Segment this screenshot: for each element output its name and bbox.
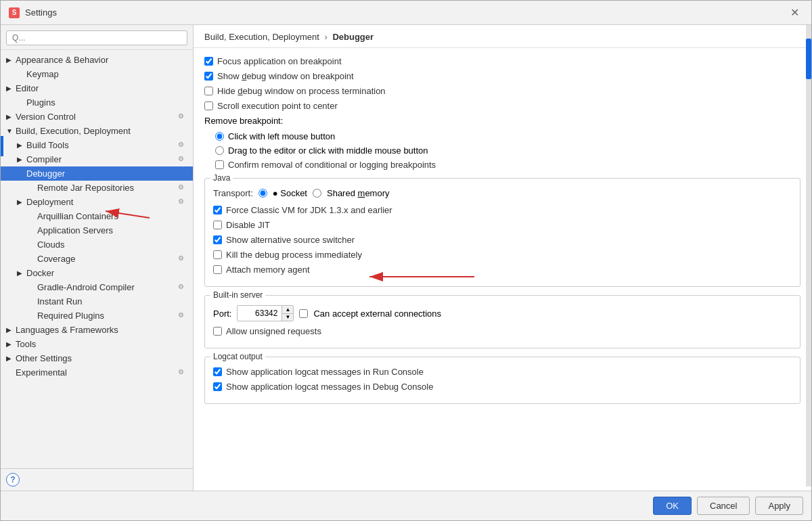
- logcat-title: Logcat output: [210, 352, 265, 361]
- logcat-run-label[interactable]: Show application logcat messages in Run …: [226, 367, 424, 377]
- close-button[interactable]: ✕: [786, 6, 803, 20]
- show-debug-label[interactable]: Show debug window on breakpoint: [217, 71, 354, 81]
- arrow-icon: ▼: [6, 127, 13, 135]
- settings-icon: ⚙: [178, 283, 187, 292]
- scroll-exec-label[interactable]: Scroll execution point to center: [217, 101, 338, 111]
- scroll-exec-checkbox[interactable]: [204, 101, 213, 110]
- show-debug-checkbox[interactable]: [204, 72, 213, 81]
- sidebar-item-label: Application Servers: [37, 225, 187, 235]
- logcat-run-checkbox[interactable]: [213, 367, 222, 376]
- sidebar-item-build-execution[interactable]: ▼ Build, Execution, Deployment: [1, 124, 193, 138]
- remove-bp-click-label[interactable]: Click with left mouse button: [228, 131, 335, 141]
- allow-unsigned-checkbox[interactable]: [213, 327, 222, 336]
- can-accept-label[interactable]: Can accept external connections: [313, 309, 441, 319]
- sidebar-item-coverage[interactable]: Coverage ⚙: [1, 252, 193, 266]
- sidebar-item-label: Editor: [16, 83, 187, 93]
- app-icon: S: [9, 7, 20, 18]
- remove-bp-click-radio[interactable]: [215, 132, 224, 141]
- sidebar-item-clouds[interactable]: Clouds: [1, 237, 193, 252]
- settings-icon: ⚙: [178, 183, 187, 193]
- builtin-server-section: Built-in server Port: ▲ ▼: [204, 295, 800, 348]
- logcat-debug-label[interactable]: Show application logcat messages in Debu…: [226, 382, 433, 392]
- apply-button[interactable]: Apply: [755, 497, 803, 515]
- show-alt-source-row: Show alternative source switcher: [213, 235, 792, 245]
- hide-debug-checkbox[interactable]: [204, 87, 213, 95]
- allow-unsigned-label[interactable]: Allow unsigned requests: [226, 326, 321, 336]
- attach-memory-row: Attach memory agent: [213, 265, 792, 275]
- kill-debug-row: Kill the debug process immediately: [213, 250, 792, 260]
- scrollbar[interactable]: [806, 25, 811, 486]
- remove-bp-drag-radio[interactable]: [215, 146, 224, 155]
- confirm-removal-label[interactable]: Confirm removal of conditional or loggin…: [228, 160, 436, 170]
- focus-breakpoint-checkbox[interactable]: [204, 57, 213, 66]
- search-input[interactable]: [6, 30, 187, 45]
- arrow-icon: ▶: [6, 326, 13, 334]
- kill-debug-label[interactable]: Kill the debug process immediately: [226, 250, 362, 260]
- port-input[interactable]: [238, 306, 281, 321]
- transport-socket-label[interactable]: ● Socket: [273, 188, 307, 198]
- force-classic-row: Force Classic VM for JDK 1.3.x and earli…: [213, 205, 792, 215]
- sidebar: ▶ Appearance & Behavior Keymap ▶ Editor …: [1, 25, 194, 491]
- sidebar-item-build-tools[interactable]: ▶ Build Tools ⚙: [1, 138, 193, 152]
- sidebar-bottom: ?: [1, 468, 193, 491]
- show-alt-source-label[interactable]: Show alternative source switcher: [226, 235, 355, 245]
- transport-socket-radio[interactable]: [258, 189, 267, 198]
- builtin-server-content: Port: ▲ ▼ Can accept external connection…: [213, 305, 792, 336]
- show-alt-source-checkbox[interactable]: [213, 235, 222, 244]
- sidebar-item-app-servers[interactable]: Application Servers: [1, 223, 193, 237]
- java-section-title: Java: [210, 173, 233, 183]
- sidebar-tree: ▶ Appearance & Behavior Keymap ▶ Editor …: [1, 50, 193, 468]
- sidebar-item-label: Remote Jar Repositories: [37, 183, 175, 193]
- logcat-debug-checkbox[interactable]: [213, 382, 222, 391]
- logcat-run-row: Show application logcat messages in Run …: [213, 367, 792, 377]
- attach-memory-label[interactable]: Attach memory agent: [226, 265, 310, 275]
- help-button[interactable]: ?: [6, 473, 20, 486]
- sidebar-item-instant-run[interactable]: Instant Run: [1, 294, 193, 309]
- attach-memory-checkbox[interactable]: [213, 265, 222, 274]
- confirm-removal-checkbox[interactable]: [215, 160, 224, 169]
- sidebar-item-keymap[interactable]: Keymap: [1, 67, 193, 81]
- sidebar-item-version-control[interactable]: ▶ Version Control ⚙: [1, 110, 193, 124]
- port-down-button[interactable]: ▼: [282, 313, 293, 321]
- transport-row: Transport: ● Socket Shared memory: [213, 188, 792, 198]
- sidebar-item-required-plugins[interactable]: Required Plugins ⚙: [1, 309, 193, 323]
- arrow-icon: ▶: [6, 56, 13, 64]
- sidebar-item-gradle-android[interactable]: Gradle-Android Compiler ⚙: [1, 280, 193, 294]
- force-classic-label[interactable]: Force Classic VM for JDK 1.3.x and earli…: [226, 205, 392, 215]
- sidebar-item-label: Compiler: [26, 154, 175, 164]
- ok-button[interactable]: OK: [653, 497, 692, 515]
- sidebar-item-appearance[interactable]: ▶ Appearance & Behavior: [1, 53, 193, 67]
- sidebar-item-languages[interactable]: ▶ Languages & Frameworks: [1, 323, 193, 337]
- sidebar-item-plugins[interactable]: Plugins: [1, 95, 193, 110]
- scroll-exec-row: Scroll execution point to center: [204, 101, 800, 111]
- settings-icon: ⚙: [178, 112, 187, 122]
- cancel-button[interactable]: Cancel: [697, 497, 750, 515]
- settings-icon: ⚙: [178, 368, 187, 378]
- sidebar-item-other-settings[interactable]: ▶ Other Settings: [1, 351, 193, 365]
- sidebar-item-docker[interactable]: ▶ Docker: [1, 266, 193, 280]
- kill-debug-checkbox[interactable]: [213, 250, 222, 259]
- sidebar-item-tools[interactable]: ▶ Tools: [1, 337, 193, 351]
- sidebar-item-label: Tools: [16, 339, 187, 349]
- remove-bp-drag-label[interactable]: Drag to the editor or click with middle …: [228, 145, 428, 156]
- transport-shared-radio[interactable]: [313, 189, 321, 198]
- sidebar-item-arquillian[interactable]: Arquillian Containers: [1, 209, 193, 223]
- arrow-icon: ▶: [6, 355, 13, 362]
- transport-shared-label[interactable]: Shared memory: [327, 188, 390, 198]
- hide-debug-label[interactable]: Hide debug window on process termination: [217, 86, 386, 96]
- disable-jit-checkbox[interactable]: [213, 221, 222, 229]
- disable-jit-label[interactable]: Disable JIT: [226, 220, 270, 230]
- sidebar-item-debugger[interactable]: Debugger: [1, 166, 193, 181]
- logcat-content: Show application logcat messages in Run …: [213, 367, 792, 392]
- port-up-button[interactable]: ▲: [282, 306, 293, 313]
- sidebar-item-deployment[interactable]: ▶ Deployment ⚙: [1, 195, 193, 209]
- sidebar-item-label: Appearance & Behavior: [16, 55, 187, 65]
- sidebar-item-compiler[interactable]: ▶ Compiler ⚙: [1, 152, 193, 166]
- can-accept-checkbox[interactable]: [299, 309, 308, 318]
- sidebar-item-experimental[interactable]: Experimental ⚙: [1, 365, 193, 380]
- left-accent-bar: [1, 136, 3, 156]
- sidebar-item-editor[interactable]: ▶ Editor: [1, 81, 193, 95]
- focus-breakpoint-label[interactable]: Focus application on breakpoint: [217, 56, 342, 66]
- force-classic-checkbox[interactable]: [213, 206, 222, 214]
- sidebar-item-remote-jar[interactable]: Remote Jar Repositories ⚙: [1, 181, 193, 195]
